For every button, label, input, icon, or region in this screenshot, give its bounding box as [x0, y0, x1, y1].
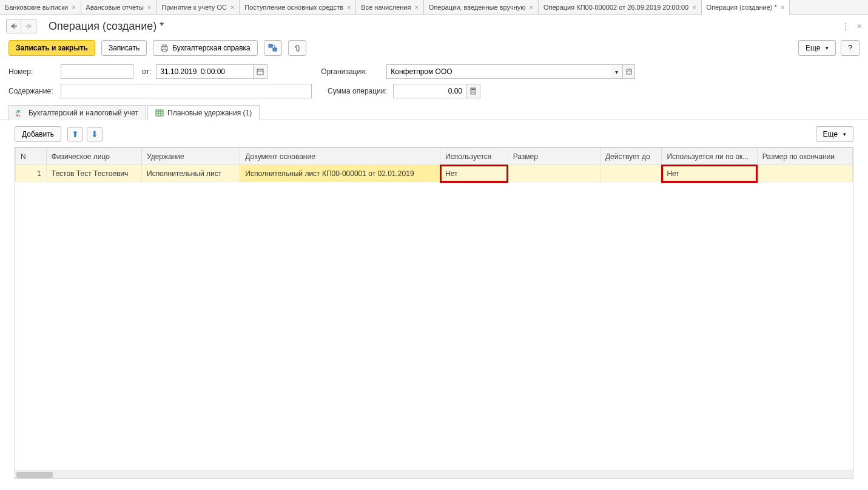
col-doc[interactable]: Документ основание — [240, 148, 440, 165]
table-toolbar: Добавить ⬆ ⬇ Еще▾ — [0, 120, 868, 147]
accounting-report-button[interactable]: Бухгалтерская справка — [153, 40, 258, 56]
col-sizeend[interactable]: Размер по окончании — [757, 148, 852, 165]
cell-sizeend[interactable] — [757, 165, 852, 182]
cell-size[interactable] — [508, 165, 600, 182]
col-uder[interactable]: Удержание — [142, 148, 240, 165]
app-tab-label: Операции, введенные вручную — [429, 4, 526, 11]
calendar-icon — [257, 68, 264, 75]
table-header-row: N Физическое лицо Удержание Документ осн… — [16, 148, 853, 165]
org-field: ▾ — [386, 64, 635, 79]
app-tab-label: Авансовые отчеты — [86, 4, 144, 11]
close-icon[interactable]: × — [857, 21, 862, 31]
col-n[interactable]: N — [16, 148, 47, 165]
col-person[interactable]: Физическое лицо — [46, 148, 141, 165]
col-until[interactable]: Действует до — [600, 148, 661, 165]
close-icon[interactable]: × — [147, 4, 151, 11]
org-input[interactable] — [386, 64, 611, 79]
svg-rect-4 — [163, 49, 166, 52]
add-button[interactable]: Добавить — [15, 126, 61, 142]
nav-back-button[interactable] — [7, 19, 21, 33]
tab-accounting[interactable]: ДтКт Бухгалтерский и налоговый учет — [8, 105, 146, 120]
nav-forward-button[interactable] — [21, 19, 36, 33]
calendar-button[interactable] — [253, 64, 267, 79]
cell-uder[interactable]: Исполнительный лист — [142, 165, 240, 182]
svg-rect-7 — [257, 69, 263, 75]
app-tab-4[interactable]: Все начисления× — [356, 0, 424, 14]
content-input[interactable] — [61, 84, 312, 98]
date-input[interactable] — [156, 64, 253, 79]
app-tab-label: Операция КП00-000002 от 26.09.2019 20:00… — [543, 4, 688, 11]
svg-text:Кт: Кт — [16, 114, 21, 117]
tab-planned[interactable]: Плановые удержания (1) — [147, 105, 260, 120]
chevron-down-icon: ▾ — [826, 45, 829, 51]
more-button[interactable]: Еще▾ — [798, 40, 836, 56]
col-size[interactable]: Размер — [508, 148, 600, 165]
horizontal-scrollbar[interactable] — [15, 471, 853, 479]
svg-point-19 — [474, 92, 474, 92]
cell-usedend[interactable]: Нет — [662, 165, 757, 182]
registers-button[interactable] — [264, 40, 282, 56]
tab-label: Плановые удержания (1) — [167, 109, 252, 117]
content-label: Содержание: — [8, 87, 56, 95]
app-tab-5[interactable]: Операции, введенные вручную× — [424, 0, 539, 14]
attach-button[interactable] — [288, 40, 306, 56]
save-close-button[interactable]: Записать и закрыть — [8, 40, 95, 56]
close-icon[interactable]: × — [530, 4, 533, 11]
app-tab-7[interactable]: Операция (создание) *× — [702, 0, 790, 15]
col-used[interactable]: Используется — [440, 148, 508, 165]
app-tab-label: Банковские выписки — [5, 4, 68, 11]
button-label: Записать — [109, 44, 140, 52]
sum-input[interactable] — [393, 84, 466, 98]
app-tab-3[interactable]: Поступление основных средств× — [240, 0, 356, 14]
button-label: Добавить — [22, 130, 54, 138]
calculator-button[interactable] — [466, 84, 480, 98]
from-label: от: — [142, 67, 151, 76]
app-tab-0[interactable]: Банковские выписки× — [0, 0, 81, 14]
move-up-button[interactable]: ⬆ — [67, 127, 83, 141]
table-icon — [155, 109, 164, 117]
close-icon[interactable]: × — [72, 4, 75, 11]
org-open-button[interactable] — [623, 64, 635, 79]
close-icon[interactable]: × — [781, 4, 784, 11]
svg-point-17 — [471, 92, 472, 92]
app-tab-1[interactable]: Авансовые отчеты× — [81, 0, 157, 14]
cell-used[interactable]: Нет — [440, 165, 508, 182]
paperclip-icon — [293, 44, 301, 52]
open-icon — [626, 69, 632, 75]
close-icon[interactable]: × — [414, 4, 418, 11]
registers-icon — [268, 44, 278, 52]
toolbar: Записать и закрыть Записать Бухгалтерска… — [0, 38, 868, 62]
svg-rect-3 — [163, 45, 166, 47]
number-input[interactable] — [61, 64, 133, 79]
move-down-button[interactable]: ⬇ — [87, 127, 103, 141]
cell-person[interactable]: Тестов Тест Тестоевич — [46, 165, 141, 182]
org-dropdown-button[interactable]: ▾ — [611, 64, 623, 79]
app-tab-6[interactable]: Операция КП00-000002 от 26.09.2019 20:00… — [539, 0, 702, 14]
form-row-2: Содержание: Сумма операции: — [0, 81, 868, 101]
arrow-right-icon — [25, 23, 32, 29]
section-tabs: ДтКт Бухгалтерский и налоговый учет План… — [0, 104, 868, 120]
app-tabs-bar: Банковские выписки× Авансовые отчеты× Пр… — [0, 0, 868, 15]
scrollbar-thumb[interactable] — [16, 472, 53, 478]
cell-n[interactable]: 1 — [16, 165, 47, 182]
svg-point-18 — [473, 92, 473, 92]
svg-rect-6 — [273, 48, 277, 51]
kebab-icon[interactable]: ⋮ — [841, 21, 850, 31]
cell-until[interactable] — [600, 165, 661, 182]
close-icon[interactable]: × — [347, 4, 351, 11]
close-icon[interactable]: × — [692, 4, 696, 11]
save-button[interactable]: Записать — [101, 40, 147, 56]
table-more-button[interactable]: Еще▾ — [816, 126, 853, 142]
printer-icon — [160, 44, 169, 52]
title-row: Операция (создание) * ⋮ × — [0, 15, 868, 38]
close-icon[interactable]: × — [230, 4, 234, 11]
tab-label: Бухгалтерский и налоговый учет — [29, 109, 138, 117]
table-row[interactable]: 1 Тестов Тест Тестоевич Исполнительный л… — [16, 165, 853, 182]
form-row-1: Номер: от: Организация: ▾ — [0, 62, 868, 81]
help-button[interactable]: ? — [841, 40, 860, 56]
cell-doc[interactable]: Исполнительный лист КП00-000001 от 02.01… — [240, 165, 440, 182]
app-tab-2[interactable]: Принятие к учету ОС× — [156, 0, 240, 14]
app-tab-label: Поступление основных средств — [244, 4, 343, 11]
col-usedend[interactable]: Используется ли по ок... — [662, 148, 757, 165]
nav-buttons — [6, 19, 36, 33]
